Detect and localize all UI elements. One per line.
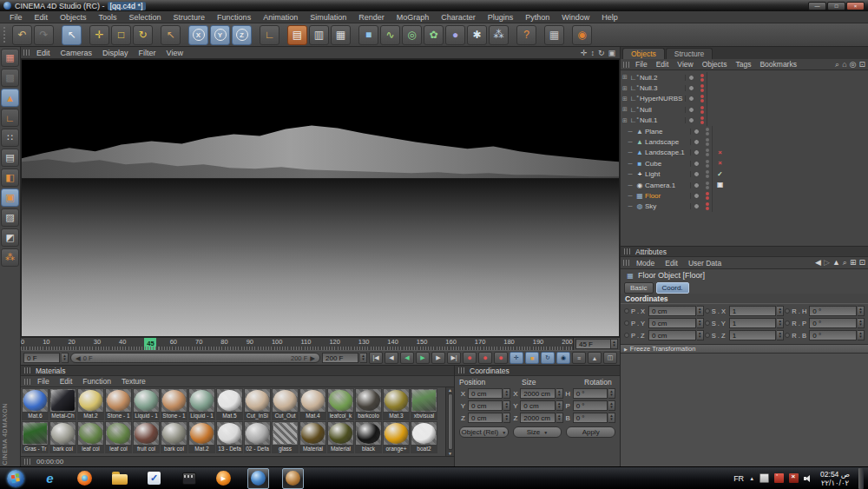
visibility-dot[interactable] — [685, 85, 697, 91]
forward-icon[interactable]: ▷ — [824, 258, 830, 268]
3d-viewport[interactable] — [21, 59, 620, 337]
expand-toggle[interactable]: ⊞ — [621, 117, 629, 124]
object-row[interactable]: ─ Landscape — [621, 136, 868, 147]
object-name[interactable]: Landscape — [645, 138, 690, 146]
checkmark-app-icon[interactable] — [143, 468, 165, 489]
manager-tab[interactable]: Objects — [622, 48, 665, 59]
menu-item[interactable]: Structure — [168, 13, 212, 22]
material-item[interactable]: Mat.4 — [299, 388, 326, 420]
start-frame-spinner[interactable] — [62, 353, 69, 363]
menu-item[interactable]: Window — [556, 13, 595, 22]
visibility-dot[interactable] — [685, 107, 697, 113]
enable-dots[interactable] — [702, 149, 712, 156]
object-tag[interactable] — [707, 116, 722, 126]
enable-dots[interactable] — [702, 202, 712, 210]
rotate-view-icon[interactable]: ↻ — [598, 49, 605, 57]
attributes-menu-item[interactable]: Edit — [660, 259, 683, 268]
object-name[interactable]: Null.2 — [640, 74, 685, 82]
object-name[interactable]: Null.3 — [640, 84, 685, 92]
object-row[interactable]: ─ Cube × — [621, 158, 868, 169]
material-item[interactable]: 13 - Defa — [216, 421, 243, 453]
object-tag[interactable] — [712, 190, 727, 201]
end-frame-spinner[interactable] — [360, 353, 367, 363]
object-manager-menu-item[interactable]: Objects — [698, 60, 732, 69]
back-icon[interactable]: ◀ — [815, 258, 821, 268]
expand-toggle[interactable]: ⊞ — [621, 74, 629, 81]
visibility-dot[interactable] — [685, 117, 697, 123]
object-name[interactable]: Floor — [645, 192, 690, 200]
apply-button[interactable]: Apply — [566, 426, 615, 438]
hud-icon[interactable]: ◫ — [603, 352, 617, 364]
toolbar-grip-icon[interactable] — [3, 27, 8, 43]
material-item[interactable]: Mat.5 — [216, 388, 243, 420]
panel-grip-icon[interactable] — [624, 248, 632, 254]
rotation-field[interactable]: 0 ° — [573, 413, 608, 423]
language-indicator[interactable]: FR — [733, 474, 744, 483]
visibility-dot[interactable] — [690, 171, 702, 177]
object-name[interactable]: Landscape.1 — [645, 149, 690, 156]
internet-explorer-icon[interactable] — [39, 468, 61, 489]
viewport-menu-item[interactable]: View — [161, 49, 188, 57]
object-tag[interactable] — [712, 126, 727, 136]
current-frame-field[interactable]: 45 F — [575, 339, 611, 349]
picture-viewer-icon[interactable] — [247, 468, 269, 489]
home-icon[interactable]: ⌂ — [842, 60, 846, 69]
visibility-dot[interactable] — [690, 193, 702, 199]
menu-grip-icon[interactable] — [623, 260, 631, 266]
material-item[interactable]: xbvisual — [411, 388, 437, 420]
position-field[interactable]: 0 cm — [468, 413, 503, 423]
field-spinner[interactable] — [858, 318, 865, 328]
search-icon[interactable]: ⌕ — [835, 60, 839, 69]
menu-item[interactable]: Help — [595, 13, 624, 22]
cinema4d-app-icon[interactable] — [282, 468, 304, 489]
menu-item[interactable]: Simulation — [304, 13, 352, 22]
object-name[interactable]: Cube — [645, 160, 690, 168]
rotation-field[interactable]: 0 ° — [809, 330, 857, 340]
range-right-arrow-icon[interactable]: ▶ — [310, 354, 315, 362]
visibility-dot[interactable] — [685, 96, 697, 102]
zoom-view-icon[interactable]: ↕ — [590, 49, 595, 57]
prev-frame-button[interactable]: ◀ — [385, 352, 398, 364]
field-spinner[interactable] — [858, 306, 865, 316]
show-hidden-icons[interactable]: ▲ — [749, 476, 754, 481]
explorer-folder-icon[interactable] — [108, 468, 130, 489]
key-rotation-toggle[interactable]: ↻ — [541, 352, 555, 364]
start-button[interactable] — [4, 468, 26, 489]
enable-dots[interactable] — [702, 138, 712, 146]
scale-field[interactable]: 1 — [729, 330, 777, 340]
panel-grip-icon[interactable] — [458, 367, 466, 373]
enable-dots[interactable] — [697, 74, 707, 82]
object-name[interactable]: Null.1 — [640, 116, 685, 124]
rotate-tool-icon[interactable]: ↻ — [133, 25, 153, 45]
target-icon[interactable]: ⊡ — [858, 60, 865, 69]
expand-toggle[interactable]: ─ — [626, 129, 635, 135]
object-name[interactable]: Light — [645, 170, 690, 178]
position-field[interactable]: 0 cm — [648, 318, 696, 328]
viewport-menu-item[interactable]: Edit — [31, 49, 56, 57]
menu-item[interactable]: Animation — [257, 13, 304, 22]
position-field[interactable]: 0 cm — [648, 306, 696, 316]
object-row[interactable]: ⊞ Null.2 — [621, 72, 868, 83]
live-selection-icon[interactable]: ↖ — [62, 25, 82, 45]
viewport-menu-item[interactable]: Filter — [134, 49, 161, 57]
material-item[interactable]: glass — [272, 421, 299, 453]
object-tag[interactable] — [707, 72, 722, 83]
enable-dots[interactable] — [702, 182, 712, 189]
current-frame-spinner[interactable]: 45 F — [573, 338, 620, 350]
object-manager-menu-item[interactable]: Edit — [652, 60, 674, 69]
enable-dots[interactable] — [702, 170, 712, 178]
object-row[interactable]: ⊞ Null.3 — [621, 83, 868, 93]
expand-toggle[interactable]: ─ — [626, 139, 635, 145]
coordinates-section-header[interactable]: Coordinates — [621, 294, 868, 304]
undo-icon[interactable]: ↶ — [12, 25, 32, 45]
freeze-transformation-header[interactable]: Freeze Transformation — [621, 344, 868, 354]
material-item[interactable]: Stone - 1 — [105, 388, 132, 420]
field-spinner[interactable] — [503, 388, 510, 399]
material-item[interactable]: Gras - Tr — [22, 421, 49, 453]
metaball-icon[interactable]: ● — [445, 25, 465, 45]
object-tag[interactable]: ▣ — [712, 180, 727, 190]
material-item[interactable]: Material — [327, 421, 354, 453]
enable-dots[interactable] — [697, 116, 707, 124]
expand-toggle[interactable]: ─ — [626, 193, 635, 199]
panel-icon[interactable]: ⊡ — [858, 258, 865, 268]
